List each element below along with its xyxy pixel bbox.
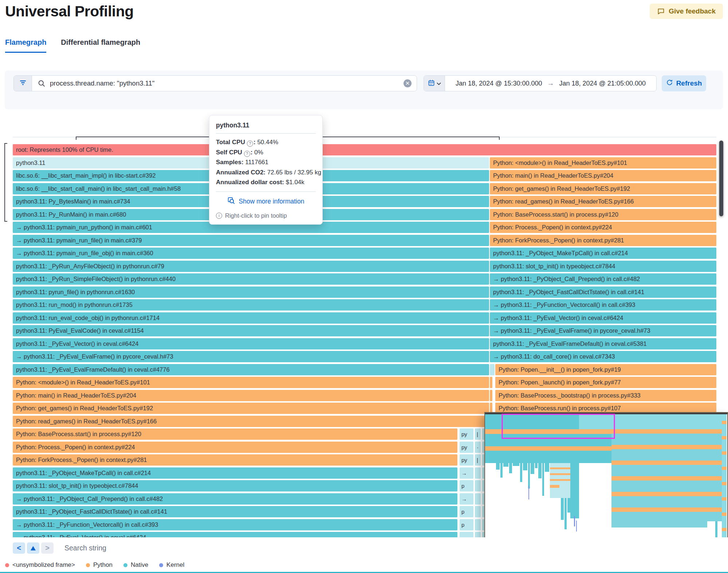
universal-profiling-page: Universal Profiling Give feedback Flameg… (0, 0, 728, 573)
show-more-information-link[interactable]: Show more information (216, 192, 316, 209)
flame-frame[interactable]: Python: BaseProcess._bootstrap() in proc… (495, 390, 716, 401)
previous-match-button[interactable]: < (13, 542, 25, 554)
flame-frame[interactable]: | (475, 428, 481, 440)
flame-frame[interactable]: python3.11: _PyEval_EvalFrameDefault() i… (490, 338, 716, 349)
next-match-button[interactable]: > (41, 542, 54, 554)
legend-item-python: Python (86, 561, 113, 569)
flame-frame[interactable]: Python: <module>() in Read_HeaderToES.py… (490, 157, 716, 169)
minimap-render (485, 413, 727, 550)
flame-frame[interactable]: python3.11: slot_tp_init() in typeobject… (13, 480, 457, 491)
flame-frame[interactable] (490, 377, 492, 388)
flame-frame[interactable]: → python3.11: _PyObject_Call_Prepend() i… (490, 273, 716, 285)
legend-item-native: Native (123, 561, 148, 569)
flame-frame[interactable]: python3.11: _PyEval_EvalFrameDefault() i… (13, 364, 489, 375)
vertical-scrollbar[interactable] (719, 141, 723, 216)
flame-frame[interactable]: → python3.11: _PyEval_Vector() in ceval.… (490, 312, 716, 324)
flame-frame[interactable]: Python: read_games() in Read_HeaderToES.… (13, 416, 489, 427)
kernel-dot-icon (159, 563, 163, 567)
flame-frame[interactable]: python3.11: _PyObject_MakeTpCall() in ca… (490, 248, 716, 259)
info-icon: i (216, 213, 222, 219)
python-dot-icon (86, 563, 90, 567)
flame-frame[interactable]: Python: Popen._launch() in popen_fork.py… (495, 377, 716, 388)
flamegraph-minimap[interactable] (484, 412, 728, 551)
flame-frame[interactable]: Python: BaseProcess.start() in process.p… (490, 209, 716, 220)
flame-frame[interactable]: Python: Process._Popen() in context.py#2… (13, 442, 457, 453)
flame-frame[interactable]: Python: Popen.__init__() in popen_fork.p… (495, 364, 716, 375)
flame-frame[interactable]: | (475, 454, 481, 466)
tooltip-hint: i Right-click to pin tooltip (216, 209, 316, 219)
flame-frame[interactable] (475, 506, 481, 517)
help-icon: ? (244, 151, 250, 157)
flame-frame[interactable]: py (460, 428, 473, 440)
flame-frame[interactable]: p (460, 506, 473, 517)
tooltip-metric-co2: Annualized CO2: 72.65 lbs / 32.95 kg (216, 167, 316, 178)
inspect-icon (228, 197, 235, 206)
flame-frame[interactable]: · (475, 442, 481, 453)
flame-frame[interactable]: python3.11: slot_tp_init() in typeobject… (490, 261, 716, 272)
flame-frame[interactable]: Python: <module>() in Read_HeaderToES.py… (13, 377, 489, 388)
flame-frame[interactable]: → python3.11: _PyEval_EvalFrame() in pyc… (490, 325, 716, 336)
flame-frame[interactable]: python3.11: run_mod() in pythonrun.c#173… (13, 299, 489, 311)
flame-frame[interactable]: → (460, 493, 473, 505)
tooltip-metric-self-cpu: Self CPU?: 0% (216, 147, 316, 158)
flame-frame[interactable]: p (460, 519, 473, 530)
flame-frame[interactable] (475, 493, 481, 505)
flame-frame[interactable] (475, 467, 481, 479)
tooltip-frame-title: python3.11 (216, 122, 316, 134)
flame-frame[interactable]: Python: get_games() in Read_HeaderToES.p… (490, 183, 716, 194)
flame-frame[interactable]: python3.11: _PyRun_AnyFileObject() in py… (13, 261, 489, 272)
flame-frame[interactable]: Python: ForkProcess._Popen() in context.… (490, 235, 716, 246)
jump-up-button[interactable] (27, 542, 39, 554)
flame-frame[interactable]: python3.11: run_eval_code_obj() in pytho… (13, 312, 489, 324)
unsymbolized-dot-icon (5, 563, 9, 567)
flame-frame[interactable]: python3.11: _PyRun_SimpleFileObject() in… (13, 273, 489, 285)
flame-frame[interactable] (475, 480, 481, 491)
flame-frame[interactable]: python3.11: PyEval_EvalCode() in ceval.c… (13, 325, 489, 336)
flame-frame[interactable]: → python3.11: pymain_run_file() in main.… (13, 235, 489, 246)
tooltip-metric-samples: Samples: 1117661 (216, 157, 316, 167)
flame-frame[interactable]: py (460, 454, 473, 466)
flame-frame[interactable]: python3.11: _PyObject_FastCallDictTstate… (13, 506, 457, 517)
flame-frame[interactable] (490, 364, 495, 375)
flame-frame[interactable]: Python: Process._Popen() in context.py#2… (490, 222, 716, 233)
native-dot-icon (123, 563, 127, 567)
flame-frame[interactable]: → python3.11: _PyObject_Call_Prepend() i… (13, 493, 457, 505)
flame-frame[interactable]: Python: BaseProcess.start() in process.p… (13, 428, 457, 440)
frame-tooltip: python3.11 Total CPU?: 50.44% Self CPU?:… (209, 115, 323, 225)
flame-frame[interactable]: → (460, 467, 473, 479)
flame-frame[interactable]: → python3.11: _PyEval_EvalFrame() in pyc… (13, 351, 489, 362)
frame-search-input[interactable] (64, 544, 217, 552)
flame-frame[interactable]: → python3.11: do_call_core() in ceval.c#… (490, 351, 716, 362)
frame-search-controls: < > (13, 542, 217, 554)
tooltip-metric-dollar-cost: Annualized dollar cost: $1.04k (216, 177, 316, 187)
tooltip-metrics: Total CPU?: 50.44% Self CPU?: 0% Samples… (216, 134, 316, 192)
flame-frame[interactable]: → python3.11: _PyFunction_Vectorcall() i… (490, 299, 716, 311)
flame-frame[interactable]: root: Represents 100% of CPU time. (13, 144, 716, 155)
legend-item-kernel: Kernel (159, 561, 184, 569)
flame-frame[interactable]: python3.11: pyrun_file() in pythonrun.c#… (13, 286, 489, 298)
tooltip-metric-total-cpu: Total CPU?: 50.44% (216, 137, 316, 147)
flame-frame[interactable]: Python: get_games() in Read_HeaderToES.p… (13, 403, 489, 414)
flame-frame[interactable]: python3.11: _PyObject_MakeTpCall() in ca… (13, 467, 457, 479)
help-icon: ? (247, 141, 253, 147)
flame-frame[interactable] (475, 519, 481, 530)
flame-frame[interactable]: python3.11: _PyEval_Vector() in ceval.c#… (13, 338, 489, 349)
flame-frame[interactable]: p (460, 480, 473, 491)
flame-frame[interactable]: → python3.11: pymain_run_file_obj() in m… (13, 248, 489, 259)
flame-frame[interactable] (490, 390, 492, 401)
flame-frame[interactable]: Python: main() in Read_HeaderToES.py#204 (13, 390, 489, 401)
flame-frame[interactable]: py (460, 442, 473, 453)
flame-frame[interactable]: Python: read_games() in Read_HeaderToES.… (490, 196, 716, 207)
bottom-bar: < > <unsymbolized frame> Python Native (0, 537, 728, 573)
flame-frame[interactable]: → python3.11: _PyFunction_Vectorcall() i… (13, 519, 457, 530)
flame-frame[interactable]: Python: ForkProcess._Popen() in context.… (13, 454, 457, 466)
flame-frame[interactable]: Python: main() in Read_HeaderToES.py#204 (490, 170, 716, 181)
legend-item-unsymbolized: <unsymbolized frame> (5, 561, 75, 569)
frame-type-legend: <unsymbolized frame> Python Native Kerne… (5, 561, 184, 569)
flame-frame[interactable]: python3.11: _PyObject_FastCallDictTstate… (490, 286, 716, 298)
